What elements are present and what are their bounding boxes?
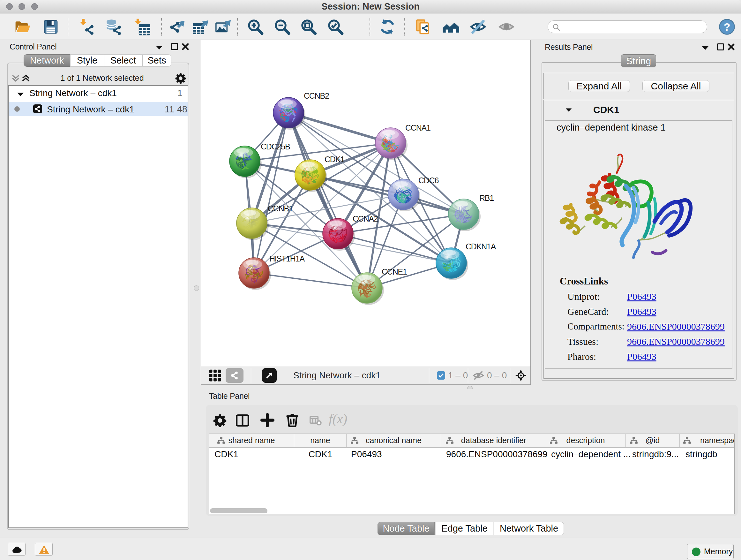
svg-text:CCNB1: CCNB1	[268, 204, 293, 213]
svg-text:CCNA1: CCNA1	[405, 123, 430, 132]
svg-text:CDKN1A: CDKN1A	[466, 242, 496, 251]
svg-text:HIST1H1A: HIST1H1A	[269, 254, 305, 263]
svg-text:CCNE1: CCNE1	[382, 267, 407, 276]
svg-text:?: ?	[724, 21, 731, 33]
svg-text:CDK1: CDK1	[325, 155, 344, 164]
svg-text:RB1: RB1	[479, 193, 494, 202]
svg-text:CDC25B: CDC25B	[261, 142, 290, 151]
svg-text:CCNB2: CCNB2	[304, 91, 329, 100]
svg-text:CDC6: CDC6	[418, 176, 439, 185]
svg-text:CCNA2: CCNA2	[353, 214, 378, 223]
